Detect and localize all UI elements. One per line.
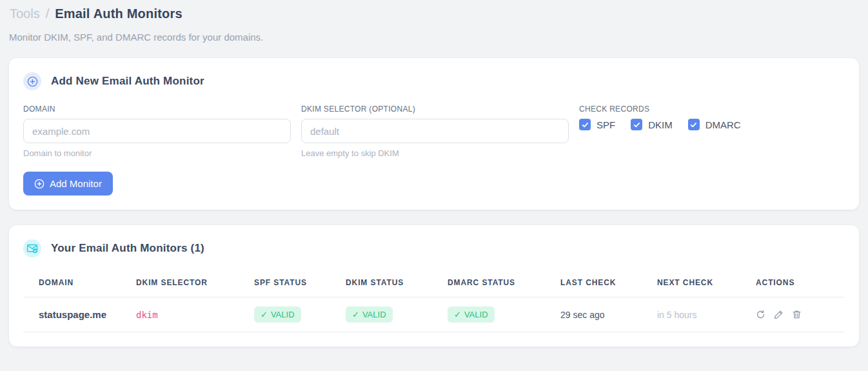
dkim-checkbox-label: DKIM [648,119,673,130]
refresh-icon [756,310,765,319]
page-title: Email Auth Monitors [55,6,182,21]
delete-button[interactable] [792,310,802,319]
domain-field-hint: Domain to monitor [23,148,291,158]
spf-status-badge: ✓ VALID [254,306,301,323]
monitors-list-card: Your Email Auth Monitors (1) DOMAIN DKIM… [9,225,859,346]
column-header-dkim-status: DKIM STATUS [346,269,448,297]
check-icon: ✓ [352,310,359,319]
dkim-selector-input[interactable] [301,119,569,143]
dmarc-checkbox-label: DMARC [705,119,741,130]
column-header-dmarc-status: DMARC STATUS [448,269,560,297]
monitors-table-wrap: DOMAIN DKIM SELECTOR SPF STATUS DKIM STA… [23,269,845,332]
pencil-icon [774,310,784,319]
breadcrumb-tools-link[interactable]: Tools [10,6,40,21]
domain-field-group: DOMAIN Domain to monitor [23,105,291,158]
check-icon [582,121,589,128]
plus-circle-icon [23,72,41,90]
check-records-label: CHECK RECORDS [579,105,845,114]
spf-checkbox-label: SPF [597,119,615,130]
dkim-status-text: VALID [362,310,386,319]
column-header-dkim-selector: DKIM SELECTOR [136,269,254,297]
plus-circle-icon [34,179,44,189]
add-monitor-button-label: Add Monitor [50,178,102,189]
check-icon [690,121,697,128]
domain-input[interactable] [23,119,291,143]
spf-checkbox[interactable] [579,119,591,130]
dkim-checkbox[interactable] [631,119,642,130]
add-monitor-form: DOMAIN Domain to monitor DKIM SELECTOR (… [23,105,845,158]
add-monitor-card-header: Add New Email Auth Monitor [23,72,845,90]
monitors-table: DOMAIN DKIM SELECTOR SPF STATUS DKIM STA… [23,269,845,332]
trash-icon [792,310,802,319]
column-header-actions: ACTIONS [756,269,845,297]
column-header-next-check: NEXT CHECK [657,269,756,297]
spf-checkbox-item[interactable]: SPF [579,119,615,130]
dkim-selector-field-label: DKIM SELECTOR (OPTIONAL) [301,105,569,114]
spf-status-text: VALID [271,310,295,319]
email-auth-monitors-page: Tools / Email Auth Monitors Monitor DKIM… [0,0,868,346]
mail-check-icon [23,239,41,257]
monitors-list-card-header: Your Email Auth Monitors (1) [23,239,845,257]
check-icon: ✓ [454,310,461,319]
breadcrumb-separator: / [46,6,50,21]
domain-field-label: DOMAIN [23,105,291,114]
breadcrumb: Tools / Email Auth Monitors [9,6,859,21]
dmarc-status-badge: ✓ VALID [448,306,495,323]
page-subtitle: Monitor DKIM, SPF, and DMARC records for… [9,32,859,43]
add-monitor-card-title: Add New Email Auth Monitor [51,75,204,88]
dmarc-checkbox[interactable] [688,119,700,130]
column-header-last-check: LAST CHECK [560,269,657,297]
monitor-dkim-selector: dkim [136,297,254,332]
refresh-button[interactable] [756,310,765,319]
dmarc-checkbox-item[interactable]: DMARC [688,119,741,130]
dkim-selector-field-hint: Leave empty to skip DKIM [301,148,569,158]
edit-button[interactable] [774,310,784,319]
check-records-group: CHECK RECORDS SPF DKIM [579,105,845,158]
check-icon [633,121,640,128]
dkim-checkbox-item[interactable]: DKIM [631,119,673,130]
column-header-domain: DOMAIN [23,269,136,297]
table-header-row: DOMAIN DKIM SELECTOR SPF STATUS DKIM STA… [23,269,845,297]
check-records-options: SPF DKIM DMARC [579,119,845,130]
monitor-next-check: in 5 hours [657,297,756,332]
column-header-spf-status: SPF STATUS [254,269,346,297]
dkim-status-badge: ✓ VALID [346,306,393,323]
row-actions [756,310,840,319]
add-monitor-button[interactable]: Add Monitor [23,172,113,196]
check-icon: ✓ [261,310,268,319]
add-monitor-card: Add New Email Auth Monitor DOMAIN Domain… [9,58,859,210]
monitor-last-check: 29 sec ago [560,297,657,332]
dkim-selector-field-group: DKIM SELECTOR (OPTIONAL) Leave empty to … [301,105,569,158]
monitor-domain: statuspage.me [23,297,136,332]
dmarc-status-text: VALID [464,310,488,319]
monitors-list-card-title: Your Email Auth Monitors (1) [51,242,204,255]
table-row: statuspage.me dkim ✓ VALID ✓ VALID [23,297,845,332]
